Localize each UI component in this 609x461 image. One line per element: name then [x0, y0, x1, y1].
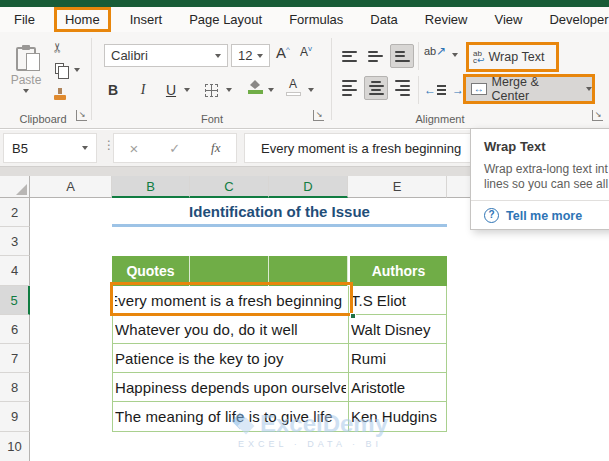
row-header-9[interactable]: 9 — [0, 402, 30, 432]
table-row[interactable]: Whatever you do, do it well Walt Disney — [112, 315, 447, 344]
tab-page-layout[interactable]: Page Layout — [189, 12, 262, 27]
paste-dropdown-icon — [23, 89, 29, 93]
quote-cell-b7[interactable]: Patience is the key to joy — [115, 344, 346, 372]
tab-data[interactable]: Data — [370, 12, 397, 27]
font-group-label: Font — [93, 113, 331, 125]
wrap-text-icon: ab c↩ — [473, 50, 485, 64]
tab-home[interactable]: Home — [54, 7, 111, 32]
tab-view[interactable]: View — [494, 12, 522, 27]
row-header-5[interactable]: 5 — [0, 286, 30, 315]
bold-button[interactable]: B — [102, 78, 124, 102]
font-color-dropdown-icon[interactable] — [308, 88, 314, 92]
underline-button[interactable]: U — [160, 78, 182, 102]
select-all-button[interactable] — [0, 176, 30, 198]
align-bottom-button[interactable] — [390, 44, 414, 68]
font-dialog-launcher-icon[interactable]: ↘ — [313, 110, 324, 121]
fill-color-dropdown-icon[interactable] — [268, 88, 274, 92]
tab-developer[interactable]: Developer — [549, 12, 608, 27]
tell-me-more-link[interactable]: ? Tell me more — [484, 208, 609, 223]
increase-font-size-button[interactable]: A^ — [276, 44, 290, 61]
alignment-group-label: Alignment — [335, 113, 545, 125]
row-header-8[interactable]: 8 — [0, 373, 30, 402]
author-cell-e8[interactable]: Aristotle — [351, 373, 445, 401]
active-cell-highlight-b5 — [110, 282, 353, 316]
decrease-font-size-button[interactable]: Av — [300, 44, 312, 59]
clipboard-dialog-launcher-icon[interactable]: ↘ — [76, 110, 87, 121]
font-size-select[interactable]: 12 — [231, 44, 270, 67]
watermark: ExcelDemy EXCEL · DATA · BI — [150, 410, 470, 449]
row-header-2[interactable]: 2 — [0, 198, 30, 227]
sheet-title[interactable]: Identification of the Issue — [112, 198, 447, 224]
row-header-4[interactable]: 4 — [0, 256, 30, 286]
sheet-title-underline — [112, 224, 447, 227]
decrease-indent-icon: ← — [424, 83, 436, 97]
author-cell-e6[interactable]: Walt Disney — [351, 315, 445, 343]
tooltip-body-line2: lines so you can see all c — [484, 177, 609, 192]
title-bar — [0, 0, 609, 7]
column-header-e[interactable]: E — [348, 176, 447, 198]
ribbon: Paste ✂ Clipboard ↘ Calibri 12 A^ Av B I… — [0, 32, 609, 129]
orientation-arrow-icon: ↗ — [436, 44, 446, 58]
borders-icon — [205, 84, 218, 97]
fill-color-button[interactable] — [246, 78, 264, 102]
font-name-select[interactable]: Calibri — [104, 44, 228, 67]
row-header-10[interactable]: 10 — [0, 432, 30, 461]
borders-dropdown-icon[interactable] — [226, 88, 232, 92]
fill-handle[interactable] — [350, 313, 356, 319]
ribbon-tab-bar: File Home Insert Page Layout Formulas Da… — [0, 7, 609, 32]
fill-color-bar — [248, 90, 263, 94]
enter-icon[interactable]: ✓ — [169, 141, 180, 156]
italic-button[interactable]: I — [132, 78, 154, 102]
font-color-button[interactable]: A — [284, 78, 302, 102]
font-name-dropdown-icon — [215, 54, 221, 58]
cancel-icon[interactable]: × — [129, 140, 138, 157]
copy-dropdown-icon[interactable] — [74, 68, 80, 72]
formula-buttons: × ✓ fx — [113, 133, 237, 163]
row-header-3[interactable]: 3 — [0, 227, 30, 256]
paste-button[interactable]: Paste — [6, 36, 46, 104]
quote-cell-b6[interactable]: Whatever you do, do it well — [115, 315, 346, 343]
cut-icon[interactable]: ✂ — [50, 42, 65, 53]
tooltip-divider — [471, 200, 609, 201]
table-row[interactable]: Patience is the key to joy Rumi — [112, 344, 447, 373]
underline-dropdown-icon[interactable] — [184, 88, 190, 92]
author-cell-e5[interactable]: T.S Eliot — [351, 286, 445, 314]
tooltip-title: Wrap Text — [484, 139, 609, 154]
row-header-6[interactable]: 6 — [0, 315, 30, 344]
tooltip-body-line1: Wrap extra-long text int — [484, 162, 609, 177]
tab-insert[interactable]: Insert — [130, 12, 163, 27]
align-middle-button[interactable] — [364, 44, 388, 68]
exceldemy-logo-icon — [232, 413, 254, 435]
format-painter-icon[interactable] — [54, 88, 66, 100]
align-left-button[interactable] — [338, 76, 362, 100]
merge-and-center-button[interactable]: ↔ Merge & Center — [463, 74, 595, 104]
font-color-bar — [286, 92, 301, 96]
align-top-button[interactable] — [338, 44, 362, 68]
wrap-text-button[interactable]: ab c↩ Wrap Text — [466, 42, 559, 72]
merge-center-dropdown-icon[interactable] — [586, 87, 592, 91]
table-row[interactable]: Happiness depends upon ourselves Aristot… — [112, 373, 447, 402]
tab-formulas[interactable]: Formulas — [289, 12, 343, 27]
fill-color-icon — [250, 80, 260, 89]
decrease-indent-button[interactable]: ← — [424, 78, 448, 102]
tab-review[interactable]: Review — [425, 12, 468, 27]
alignment-dialog-launcher-icon[interactable]: ↘ — [592, 110, 603, 121]
author-cell-e7[interactable]: Rumi — [351, 344, 445, 372]
orientation-button[interactable]: ab↗ — [424, 44, 452, 68]
insert-function-icon[interactable]: fx — [211, 140, 220, 156]
name-box-dropdown-icon — [82, 146, 88, 150]
copy-icon[interactable] — [55, 63, 64, 74]
table-header-authors[interactable]: Authors — [348, 256, 447, 286]
column-header-c[interactable]: C — [190, 176, 269, 198]
name-box[interactable]: B5 — [3, 133, 97, 163]
quote-cell-b8[interactable]: Happiness depends upon ourselves — [115, 373, 346, 401]
orientation-dropdown-icon[interactable] — [452, 53, 458, 57]
row-header-7[interactable]: 7 — [0, 344, 30, 373]
borders-button[interactable] — [200, 78, 222, 102]
tab-file[interactable]: File — [14, 12, 35, 27]
column-header-b[interactable]: B — [112, 176, 190, 198]
column-header-d[interactable]: D — [269, 176, 348, 198]
align-right-button[interactable] — [390, 76, 414, 100]
column-header-a[interactable]: A — [30, 176, 112, 198]
align-center-button[interactable] — [364, 76, 388, 100]
